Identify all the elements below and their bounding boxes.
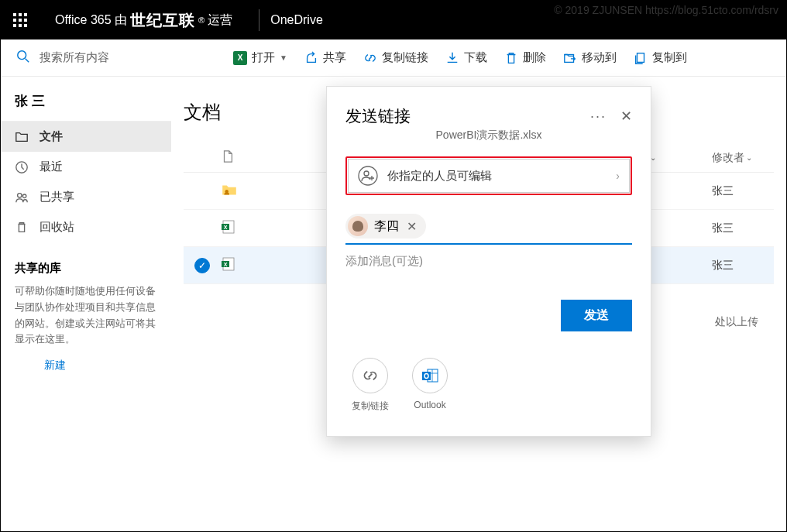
trash-icon [504,51,518,65]
brand-suffix: 运营 [208,12,232,29]
nav-recycle[interactable]: 回收站 [1,212,171,242]
nav-recent-label: 最近 [40,160,63,174]
copy-link-option[interactable]: 复制链接 [352,358,389,413]
brand-prefix: Office 365 由 [55,12,127,29]
chevron-down-icon: ⌄ [746,153,752,162]
open-label: 打开 [252,50,275,65]
shared-lib-header: 共享的库 [1,242,171,283]
nav-files[interactable]: 文件 [1,122,171,152]
copyto-icon [634,51,648,65]
permission-selector-highlight: 你指定的人员可编辑 › [345,156,632,195]
outlook-option[interactable]: Outlook [412,358,448,413]
shared-folder-icon [221,181,238,198]
permission-selector[interactable]: 你指定的人员可编辑 › [348,159,630,193]
search-icon [16,50,30,67]
share-label: 共享 [323,50,346,65]
svg-rect-1 [19,13,22,16]
open-button[interactable]: X 打开 ▼ [225,39,295,76]
copylink-button[interactable]: 复制链接 [356,39,436,76]
svg-point-14 [18,193,22,197]
svg-rect-2 [24,13,27,16]
permission-label: 你指定的人员可编辑 [387,169,607,184]
moveto-button[interactable]: 移动到 [555,39,624,76]
svg-line-10 [26,58,29,62]
send-button[interactable]: 发送 [561,300,632,331]
excel-icon: X [233,51,247,65]
recycle-icon [15,221,29,235]
search-box[interactable]: 搜索所有内容 [7,50,224,67]
app-name[interactable]: OneDrive [270,13,323,27]
delete-label: 删除 [523,50,546,65]
svg-rect-7 [19,24,22,27]
watermark-text: © 2019 ZJUNSEN https://blog.51cto.com/rd… [554,4,778,16]
nav-files-label: 文件 [40,129,63,144]
svg-text:X: X [224,225,228,230]
nav-recent[interactable]: 最近 [1,152,171,182]
send-link-dialog: 发送链接 ··· ✕ PowerBI演示数据.xlsx 你指定的人员可编辑 › … [326,86,651,437]
svg-rect-6 [13,24,16,27]
shared-lib-desc: 可帮助你随时随地使用任何设备与团队协作处理项目和共享信息的网站。创建或关注网站可… [1,283,171,348]
svg-rect-5 [24,19,27,22]
recipients-input[interactable]: 李四 ✕ [345,214,632,245]
moveto-icon [563,51,577,65]
copy-link-label: 复制链接 [352,400,389,413]
download-icon [445,51,459,65]
sidebar: 张 三 文件 最近 已共享 回收站 共享的库 可帮助你随时随地使用任何设备与团队… [1,77,171,531]
remove-recipient-icon[interactable]: ✕ [405,219,418,234]
link-icon [363,51,377,65]
more-icon[interactable]: ··· [590,108,607,125]
search-placeholder: 搜索所有内容 [40,50,109,65]
people-plus-icon [358,166,378,186]
col-modifier-label[interactable]: 修改者 [712,151,744,165]
svg-rect-0 [13,13,16,16]
file-icon-header [221,149,235,163]
row-modifier: 张三 [712,184,774,198]
clock-icon [15,160,29,174]
copyto-label: 复制到 [652,50,687,65]
close-icon[interactable]: ✕ [620,108,632,125]
outlook-label: Outlook [414,400,445,410]
xlsx-icon: X [221,219,236,235]
svg-rect-26 [422,372,431,380]
svg-point-9 [18,50,26,59]
copyto-button[interactable]: 复制到 [626,39,695,76]
new-link[interactable]: 新建 [1,348,171,372]
nav-shared-label: 已共享 [40,190,74,204]
share-button[interactable]: 共享 [297,39,354,76]
xlsx-icon: X [221,256,236,272]
avatar [348,216,368,236]
dialog-subtitle: PowerBI演示数据.xlsx [345,129,632,142]
svg-point-15 [22,194,26,197]
nav-recycle-label: 回收站 [40,220,74,235]
people-icon [15,190,29,204]
svg-rect-4 [19,19,22,22]
moveto-label: 移动到 [582,50,617,65]
row-modifier: 张三 [712,221,774,235]
divider [259,9,259,31]
link-icon [362,367,379,384]
brand-main: 世纪互联 [130,10,195,31]
user-name: 张 三 [1,92,171,122]
brand-reg: ® [198,15,204,25]
share-icon [304,51,318,65]
download-button[interactable]: 下载 [438,39,495,76]
chevron-down-icon: ▼ [280,53,287,62]
svg-text:X: X [224,262,228,267]
download-label: 下载 [464,50,487,65]
row-checkbox[interactable]: ✓ [194,258,210,273]
row-modifier: 张三 [712,259,774,273]
recipient-chip: 李四 ✕ [345,214,426,239]
delete-button[interactable]: 删除 [497,39,554,76]
outlook-icon [421,366,439,385]
message-input[interactable]: 添加消息(可选) [345,254,632,269]
folder-icon [15,130,29,144]
brand-label: Office 365 由 世纪互联® 运营 [40,10,248,31]
chevron-right-icon: › [616,170,620,182]
svg-rect-3 [13,19,16,22]
command-bar: 搜索所有内容 X 打开 ▼ 共享 复制链接 下载 删除 移动到 复制到 [1,39,786,77]
app-launcher-icon[interactable] [1,1,40,39]
svg-point-24 [364,171,369,176]
nav-shared[interactable]: 已共享 [1,182,171,212]
svg-rect-12 [637,53,644,62]
recipient-name: 李四 [374,218,399,235]
